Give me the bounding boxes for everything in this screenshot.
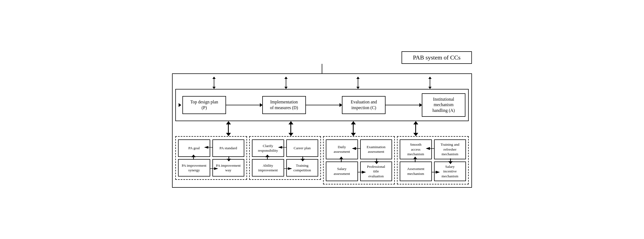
main-box-c: Evaluation andinspection (C): [342, 96, 386, 114]
main-row: Top design plan(P) Implementationof meas…: [175, 89, 469, 121]
above-arrows: [175, 77, 469, 89]
training-competition-box: Trainingcompetition: [286, 159, 318, 177]
section-c: Dailyassessment Examinationassessment Sa…: [323, 136, 395, 184]
outer-border: Top design plan(P) Implementationof meas…: [172, 73, 472, 188]
pa-improvement-synergy-box: PA improvementsynergy: [178, 159, 210, 177]
training-refresher-mechanism-label: Training andrefreshermechanism: [441, 142, 459, 157]
training-refresher-mechanism-box: Training andrefreshermechanism: [434, 139, 466, 159]
main-box-a-label: Institutionalmechanismhandling (A): [432, 97, 455, 113]
section-d: Clarifyresponsibility Career plan Abilit…: [249, 136, 321, 180]
professional-title-evaluation-label: Professionaltitleevaluation: [367, 164, 385, 179]
large-arrow-c: [351, 121, 356, 136]
arrow-above-c: [322, 77, 394, 89]
pa-goal-label: PA goal: [188, 146, 200, 151]
diagram: PAB system of CCs: [172, 51, 472, 188]
title-box: PAB system of CCs: [401, 51, 472, 64]
smooth-access-mechanism-label: Smoothaccessmechanism: [407, 142, 424, 157]
large-arrow-p: [226, 121, 231, 136]
career-plan-label: Career plan: [294, 146, 311, 151]
diagram-title: PAB system of CCs: [413, 54, 461, 61]
clarify-responsibility-label: Clarifyresponsibility: [258, 144, 278, 153]
career-plan-box: Career plan: [286, 139, 318, 157]
daily-assessment-box: Dailyassessment: [326, 139, 358, 159]
examination-assessment-box: Examinationassessment: [360, 139, 392, 159]
sub-sections: PA goal PA standard PA improvementsynerg…: [175, 136, 469, 184]
section-a: Smoothaccessmechanism Training andrefres…: [397, 136, 469, 184]
professional-title-evaluation-box: Professionaltitleevaluation: [360, 162, 392, 181]
large-arrow-d: [288, 121, 293, 136]
main-box-p: Top design plan(P): [182, 96, 226, 114]
arrow-above-a: [394, 77, 466, 89]
salary-assessment-box: Salaryassessment: [326, 162, 358, 181]
main-box-d-label: Implementationof measures (D): [270, 100, 298, 110]
salary-incentive-mechanism-label: Salaryincentivemechanism: [442, 164, 458, 179]
ability-improvement-box: Abilityimprovement: [252, 159, 284, 177]
smooth-access-mechanism-box: Smoothaccessmechanism: [400, 139, 432, 159]
assessment-mechanism-box: Assessmentmechanism: [400, 162, 432, 181]
main-box-d: Implementationof measures (D): [262, 96, 306, 114]
arrow-above-p: [178, 77, 250, 89]
large-arrow-a: [413, 121, 418, 136]
section-p: PA goal PA standard PA improvementsynerg…: [175, 136, 247, 180]
pa-improvement-way-box: PA improvementway: [212, 159, 245, 177]
daily-assessment-label: Dailyassessment: [334, 145, 350, 154]
main-box-p-label: Top design plan(P): [190, 100, 218, 110]
clarify-responsibility-box: Clarifyresponsibility: [252, 139, 284, 157]
salary-incentive-mechanism-box: Salaryincentivemechanism: [434, 162, 466, 181]
arrow-above-d: [250, 77, 322, 89]
pa-improvement-way-label: PA improvementway: [216, 163, 241, 173]
main-box-a: Institutionalmechanismhandling (A): [422, 93, 465, 117]
salary-assessment-label: Salaryassessment: [334, 166, 350, 176]
pa-standard-box: PA standard: [212, 139, 245, 157]
title-area: PAB system of CCs: [172, 51, 472, 73]
examination-assessment-label: Examinationassessment: [367, 145, 386, 154]
ability-improvement-label: Abilityimprovement: [258, 163, 278, 173]
training-competition-label: Trainingcompetition: [293, 163, 311, 173]
pa-goal-box: PA goal: [178, 139, 210, 157]
pa-improvement-synergy-label: PA improvementsynergy: [182, 163, 206, 173]
pa-standard-label: PA standard: [219, 146, 237, 151]
between-connectors: [175, 121, 469, 136]
assessment-mechanism-label: Assessmentmechanism: [407, 166, 425, 176]
main-box-c-label: Evaluation andinspection (C): [351, 100, 377, 110]
